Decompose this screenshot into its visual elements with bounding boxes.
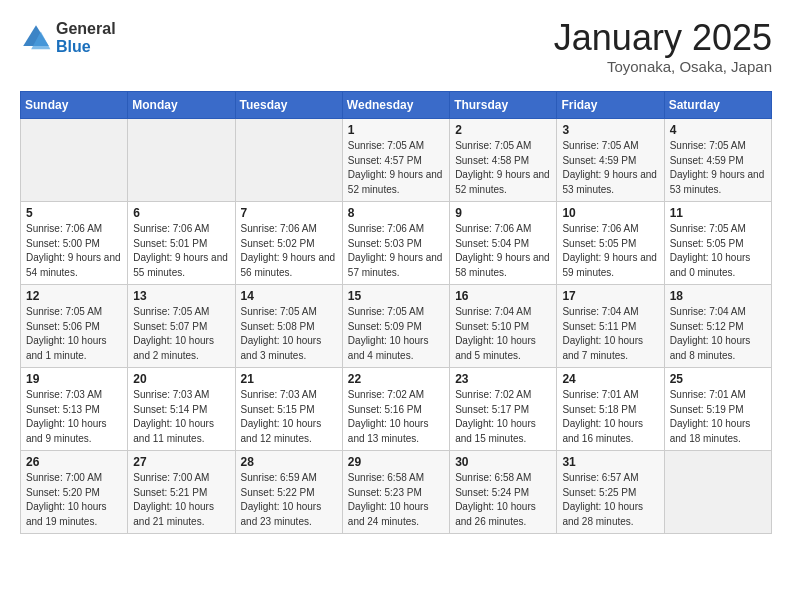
day-info: Sunrise: 7:05 AM Sunset: 4:58 PM Dayligh…: [455, 139, 551, 197]
day-info: Sunrise: 7:03 AM Sunset: 5:14 PM Dayligh…: [133, 388, 229, 446]
calendar-cell: 21Sunrise: 7:03 AM Sunset: 5:15 PM Dayli…: [235, 368, 342, 451]
calendar-cell: 1Sunrise: 7:05 AM Sunset: 4:57 PM Daylig…: [342, 119, 449, 202]
day-info: Sunrise: 7:05 AM Sunset: 5:07 PM Dayligh…: [133, 305, 229, 363]
day-info: Sunrise: 7:05 AM Sunset: 4:59 PM Dayligh…: [562, 139, 658, 197]
calendar-cell: 8Sunrise: 7:06 AM Sunset: 5:03 PM Daylig…: [342, 202, 449, 285]
day-number: 6: [133, 206, 229, 220]
location: Toyonaka, Osaka, Japan: [554, 58, 772, 75]
day-info: Sunrise: 6:58 AM Sunset: 5:23 PM Dayligh…: [348, 471, 444, 529]
calendar-cell: [235, 119, 342, 202]
day-number: 2: [455, 123, 551, 137]
day-info: Sunrise: 7:00 AM Sunset: 5:21 PM Dayligh…: [133, 471, 229, 529]
calendar-cell: 6Sunrise: 7:06 AM Sunset: 5:01 PM Daylig…: [128, 202, 235, 285]
day-info: Sunrise: 7:00 AM Sunset: 5:20 PM Dayligh…: [26, 471, 122, 529]
day-number: 4: [670, 123, 766, 137]
day-info: Sunrise: 7:03 AM Sunset: 5:15 PM Dayligh…: [241, 388, 337, 446]
day-number: 30: [455, 455, 551, 469]
calendar-cell: 25Sunrise: 7:01 AM Sunset: 5:19 PM Dayli…: [664, 368, 771, 451]
calendar-cell: [21, 119, 128, 202]
calendar-cell: 2Sunrise: 7:05 AM Sunset: 4:58 PM Daylig…: [450, 119, 557, 202]
calendar-cell: 10Sunrise: 7:06 AM Sunset: 5:05 PM Dayli…: [557, 202, 664, 285]
calendar-week-4: 19Sunrise: 7:03 AM Sunset: 5:13 PM Dayli…: [21, 368, 772, 451]
day-header-thursday: Thursday: [450, 92, 557, 119]
calendar-cell: 7Sunrise: 7:06 AM Sunset: 5:02 PM Daylig…: [235, 202, 342, 285]
day-info: Sunrise: 7:06 AM Sunset: 5:05 PM Dayligh…: [562, 222, 658, 280]
day-header-friday: Friday: [557, 92, 664, 119]
calendar-cell: [128, 119, 235, 202]
day-info: Sunrise: 7:06 AM Sunset: 5:04 PM Dayligh…: [455, 222, 551, 280]
day-info: Sunrise: 7:03 AM Sunset: 5:13 PM Dayligh…: [26, 388, 122, 446]
day-number: 26: [26, 455, 122, 469]
logo-icon: [20, 22, 52, 54]
calendar-cell: 31Sunrise: 6:57 AM Sunset: 5:25 PM Dayli…: [557, 451, 664, 534]
day-info: Sunrise: 6:59 AM Sunset: 5:22 PM Dayligh…: [241, 471, 337, 529]
day-info: Sunrise: 7:02 AM Sunset: 5:17 PM Dayligh…: [455, 388, 551, 446]
day-info: Sunrise: 7:06 AM Sunset: 5:03 PM Dayligh…: [348, 222, 444, 280]
day-number: 16: [455, 289, 551, 303]
day-info: Sunrise: 7:06 AM Sunset: 5:01 PM Dayligh…: [133, 222, 229, 280]
title-block: January 2025 Toyonaka, Osaka, Japan: [554, 20, 772, 75]
day-info: Sunrise: 7:05 AM Sunset: 5:05 PM Dayligh…: [670, 222, 766, 280]
day-info: Sunrise: 7:06 AM Sunset: 5:02 PM Dayligh…: [241, 222, 337, 280]
calendar-week-2: 5Sunrise: 7:06 AM Sunset: 5:00 PM Daylig…: [21, 202, 772, 285]
calendar-week-1: 1Sunrise: 7:05 AM Sunset: 4:57 PM Daylig…: [21, 119, 772, 202]
calendar-cell: 22Sunrise: 7:02 AM Sunset: 5:16 PM Dayli…: [342, 368, 449, 451]
calendar-cell: [664, 451, 771, 534]
calendar-cell: 23Sunrise: 7:02 AM Sunset: 5:17 PM Dayli…: [450, 368, 557, 451]
calendar-table: SundayMondayTuesdayWednesdayThursdayFrid…: [20, 91, 772, 534]
day-number: 10: [562, 206, 658, 220]
calendar-cell: 20Sunrise: 7:03 AM Sunset: 5:14 PM Dayli…: [128, 368, 235, 451]
day-number: 24: [562, 372, 658, 386]
day-number: 27: [133, 455, 229, 469]
day-number: 22: [348, 372, 444, 386]
calendar-cell: 5Sunrise: 7:06 AM Sunset: 5:00 PM Daylig…: [21, 202, 128, 285]
day-header-monday: Monday: [128, 92, 235, 119]
calendar-week-5: 26Sunrise: 7:00 AM Sunset: 5:20 PM Dayli…: [21, 451, 772, 534]
day-header-sunday: Sunday: [21, 92, 128, 119]
day-info: Sunrise: 6:57 AM Sunset: 5:25 PM Dayligh…: [562, 471, 658, 529]
day-number: 13: [133, 289, 229, 303]
day-number: 7: [241, 206, 337, 220]
day-header-saturday: Saturday: [664, 92, 771, 119]
day-number: 9: [455, 206, 551, 220]
logo-blue-text: Blue: [56, 38, 116, 56]
day-info: Sunrise: 6:58 AM Sunset: 5:24 PM Dayligh…: [455, 471, 551, 529]
day-info: Sunrise: 7:04 AM Sunset: 5:11 PM Dayligh…: [562, 305, 658, 363]
calendar-cell: 26Sunrise: 7:00 AM Sunset: 5:20 PM Dayli…: [21, 451, 128, 534]
day-info: Sunrise: 7:04 AM Sunset: 5:10 PM Dayligh…: [455, 305, 551, 363]
calendar-cell: 27Sunrise: 7:00 AM Sunset: 5:21 PM Dayli…: [128, 451, 235, 534]
day-number: 18: [670, 289, 766, 303]
header-row: SundayMondayTuesdayWednesdayThursdayFrid…: [21, 92, 772, 119]
day-info: Sunrise: 7:01 AM Sunset: 5:19 PM Dayligh…: [670, 388, 766, 446]
day-number: 28: [241, 455, 337, 469]
day-number: 14: [241, 289, 337, 303]
day-number: 31: [562, 455, 658, 469]
day-header-tuesday: Tuesday: [235, 92, 342, 119]
day-number: 20: [133, 372, 229, 386]
day-info: Sunrise: 7:04 AM Sunset: 5:12 PM Dayligh…: [670, 305, 766, 363]
calendar-cell: 3Sunrise: 7:05 AM Sunset: 4:59 PM Daylig…: [557, 119, 664, 202]
day-info: Sunrise: 7:05 AM Sunset: 5:09 PM Dayligh…: [348, 305, 444, 363]
calendar-cell: 14Sunrise: 7:05 AM Sunset: 5:08 PM Dayli…: [235, 285, 342, 368]
logo: General Blue: [20, 20, 116, 55]
day-number: 25: [670, 372, 766, 386]
calendar-cell: 30Sunrise: 6:58 AM Sunset: 5:24 PM Dayli…: [450, 451, 557, 534]
calendar-cell: 29Sunrise: 6:58 AM Sunset: 5:23 PM Dayli…: [342, 451, 449, 534]
day-number: 12: [26, 289, 122, 303]
day-number: 3: [562, 123, 658, 137]
day-info: Sunrise: 7:06 AM Sunset: 5:00 PM Dayligh…: [26, 222, 122, 280]
calendar-cell: 24Sunrise: 7:01 AM Sunset: 5:18 PM Dayli…: [557, 368, 664, 451]
day-number: 29: [348, 455, 444, 469]
day-number: 8: [348, 206, 444, 220]
calendar-cell: 11Sunrise: 7:05 AM Sunset: 5:05 PM Dayli…: [664, 202, 771, 285]
calendar-cell: 12Sunrise: 7:05 AM Sunset: 5:06 PM Dayli…: [21, 285, 128, 368]
calendar-cell: 16Sunrise: 7:04 AM Sunset: 5:10 PM Dayli…: [450, 285, 557, 368]
day-number: 17: [562, 289, 658, 303]
day-info: Sunrise: 7:05 AM Sunset: 5:08 PM Dayligh…: [241, 305, 337, 363]
calendar-cell: 18Sunrise: 7:04 AM Sunset: 5:12 PM Dayli…: [664, 285, 771, 368]
calendar-week-3: 12Sunrise: 7:05 AM Sunset: 5:06 PM Dayli…: [21, 285, 772, 368]
day-header-wednesday: Wednesday: [342, 92, 449, 119]
calendar-cell: 9Sunrise: 7:06 AM Sunset: 5:04 PM Daylig…: [450, 202, 557, 285]
day-number: 1: [348, 123, 444, 137]
day-info: Sunrise: 7:02 AM Sunset: 5:16 PM Dayligh…: [348, 388, 444, 446]
